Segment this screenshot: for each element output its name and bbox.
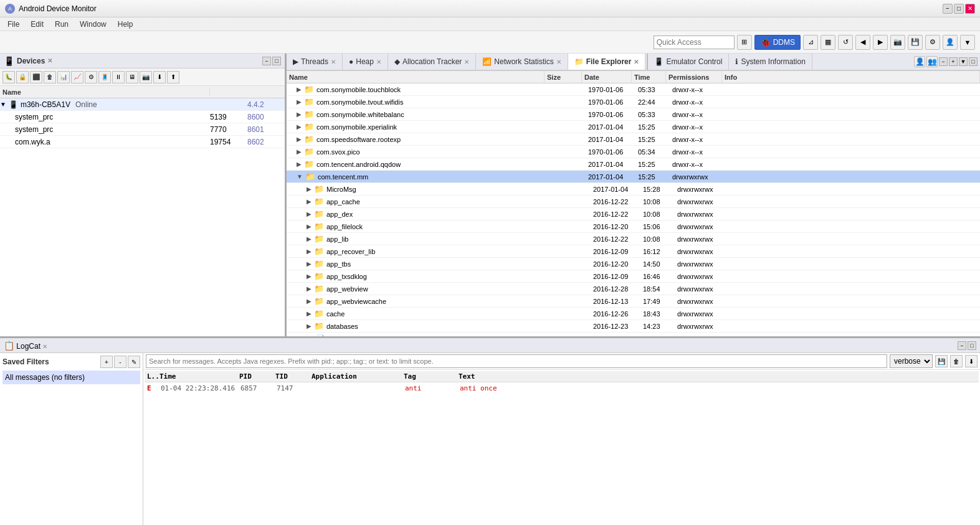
file-explorer[interactable]: Name Size Date Time Permissions Info ▶📁c…: [287, 71, 980, 336]
device-lock-btn[interactable]: 🔒: [16, 71, 29, 83]
device-stop-btn[interactable]: ⬛: [30, 71, 42, 83]
file-row[interactable]: ▶📁cache2016-12-2618:43drwxrwxrwx: [287, 308, 980, 320]
toolbar-prev[interactable]: ◀: [855, 35, 870, 50]
logcat-minimize-btn[interactable]: −: [958, 341, 966, 350]
expand-arrow-icon[interactable]: ▶: [307, 186, 312, 192]
expand-arrow-icon[interactable]: ▶: [297, 123, 302, 130]
device-alloc-btn[interactable]: 📈: [71, 71, 83, 83]
toolbar-sync[interactable]: ↺: [838, 35, 853, 50]
file-row[interactable]: ▶📁app_dex2016-12-2210:08drwxrwxrwx: [287, 208, 980, 220]
expand-arrow-icon[interactable]: ▶: [307, 310, 312, 317]
tab-emulator[interactable]: 📱 Emulator Control: [648, 54, 729, 70]
menu-help[interactable]: Help: [113, 19, 138, 30]
logcat-search-input[interactable]: [146, 354, 887, 368]
logcat-maximize-btn[interactable]: □: [968, 341, 976, 350]
device-gc-btn[interactable]: 🗑: [44, 71, 56, 83]
device-hprof-btn[interactable]: 📊: [57, 71, 70, 83]
expand-arrow-icon[interactable]: ▶: [307, 223, 312, 230]
devices-content[interactable]: ▼ 📱 m36h-CB5A1V Online 4.4.2 system_prc …: [0, 98, 285, 336]
tab-heap[interactable]: ● Heap ✕: [343, 54, 388, 70]
file-row[interactable]: ▶📁MicroMsg2017-01-0415:28drwxrwxrwx: [287, 183, 980, 196]
file-row[interactable]: ▶📁app_webview2016-12-2818:54drwxrwxrwx: [287, 283, 980, 295]
file-row[interactable]: ▶📁app_tbs2016-12-2014:50drwxrwxrwx: [287, 258, 980, 270]
logcat-clear-btn[interactable]: 🗑: [950, 355, 963, 367]
expand-arrow-icon[interactable]: ▶: [307, 298, 312, 305]
expand-arrow-icon[interactable]: ▶: [307, 235, 312, 242]
tab-allocation[interactable]: ◆ Allocation Tracker ✕: [388, 54, 476, 70]
delete-filter-btn[interactable]: -: [114, 356, 126, 368]
file-row[interactable]: ▶📁com.sonymobile.xperialink2017-01-0415:…: [287, 121, 980, 133]
logcat-messages[interactable]: L... Time PID TID Application Tag Text E…: [143, 370, 980, 525]
right-panel-view-menu[interactable]: ▼: [959, 57, 968, 66]
toolbar-user[interactable]: 👤: [943, 35, 958, 50]
device-up-btn[interactable]: ⬆: [167, 71, 179, 83]
expand-arrow-icon[interactable]: ▶: [297, 86, 302, 93]
minimize-button[interactable]: −: [943, 4, 953, 14]
logcat-scroll-btn[interactable]: ⬇: [965, 355, 978, 367]
device-debug-btn[interactable]: 🐛: [2, 71, 15, 83]
file-row[interactable]: ▶📁com.sonymobile.touchblock1970-01-0605:…: [287, 83, 980, 96]
device-down-btn[interactable]: ⬇: [153, 71, 166, 83]
device-expand-icon[interactable]: ▼: [0, 101, 6, 108]
file-row[interactable]: ▶📁app_txsdklog2016-12-0916:46drwxrwxrwx: [287, 270, 980, 283]
expand-arrow-icon[interactable]: ▶: [297, 111, 302, 118]
tab-fileexplorer[interactable]: 📁 File Explorer ✕: [568, 54, 646, 71]
toolbar-settings[interactable]: ⚙: [925, 35, 940, 50]
right-panel-minimize[interactable]: −: [939, 57, 948, 66]
toolbar-save[interactable]: 💾: [908, 35, 923, 50]
expand-arrow-icon[interactable]: ▶: [297, 136, 302, 143]
process-item[interactable]: system_prc 5139 8600: [0, 111, 285, 123]
device-halt-btn[interactable]: ⏸: [112, 71, 125, 83]
heap-close[interactable]: ✕: [376, 59, 381, 65]
toolbar-screenshot[interactable]: 📷: [890, 35, 905, 50]
logcat-level-select[interactable]: verbose debug info warn error: [890, 354, 933, 368]
menu-file[interactable]: File: [2, 19, 24, 30]
expand-arrow-icon[interactable]: ▶: [297, 148, 302, 155]
expand-arrow-icon[interactable]: ▶: [307, 198, 312, 205]
expand-arrow-icon[interactable]: ▶: [307, 323, 312, 329]
expand-arrow-icon[interactable]: ▶: [297, 161, 302, 168]
all-messages-filter[interactable]: All messages (no filters): [2, 371, 140, 384]
device-item[interactable]: ▼ 📱 m36h-CB5A1V Online 4.4.2: [0, 98, 285, 111]
device-screen-btn[interactable]: 🖥: [126, 71, 138, 83]
threads-close[interactable]: ✕: [331, 59, 336, 65]
quick-access-input[interactable]: [654, 35, 735, 49]
file-row[interactable]: ▶📁app_recover_lib2016-12-0916:12drwxrwxr…: [287, 245, 980, 258]
toolbar-more[interactable]: ▼: [960, 35, 975, 50]
right-panel-person2-btn[interactable]: 👥: [926, 56, 938, 67]
edit-filter-btn[interactable]: ✎: [128, 356, 140, 368]
toolbar-grid-btn[interactable]: ⊞: [737, 35, 752, 50]
tab-threads[interactable]: ▶ Threads ✕: [287, 54, 343, 70]
toolbar-next[interactable]: ▶: [873, 35, 888, 50]
add-filter-btn[interactable]: +: [100, 356, 113, 368]
file-row[interactable]: ▶📁app_lib2016-12-2210:08drwxrwxrwx: [287, 233, 980, 245]
menu-edit[interactable]: Edit: [26, 19, 49, 30]
close-button[interactable]: ✕: [965, 4, 975, 14]
expand-arrow-icon[interactable]: ▶: [307, 273, 312, 280]
file-row[interactable]: ▶📁app_filelock2016-12-2015:06drwxrwxrwx: [287, 220, 980, 233]
expand-arrow-icon[interactable]: ▼: [297, 173, 303, 180]
file-row[interactable]: ▶📁databases2016-12-2314:23drwxrwxrwx: [287, 320, 980, 333]
device-method-btn[interactable]: ⚙: [85, 71, 97, 83]
right-panel-add[interactable]: +: [949, 57, 958, 66]
devices-maximize-btn[interactable]: □: [272, 57, 281, 65]
device-thread-btn[interactable]: 🧵: [98, 71, 111, 83]
file-row[interactable]: ▶📁com.sonymobile.tvout.wifidis1970-01-06…: [287, 96, 980, 108]
toolbar-perspective2[interactable]: ▦: [821, 35, 835, 50]
maximize-button[interactable]: □: [954, 4, 964, 14]
menu-window[interactable]: Window: [75, 19, 112, 30]
tab-network[interactable]: 📶 Network Statistics ✕: [476, 54, 568, 70]
process-item[interactable]: com.wyk.a 19754 8602: [0, 136, 285, 148]
file-row[interactable]: ▶📁com.tencent.android.qqdow2017-01-0415:…: [287, 158, 980, 171]
logcat-save-btn[interactable]: 💾: [935, 355, 948, 367]
file-row[interactable]: ▼📁com.tencent.mm2017-01-0415:25drwxrwxrw…: [287, 171, 980, 183]
alloc-close[interactable]: ✕: [464, 59, 469, 65]
toolbar-open-perspective[interactable]: ⊿: [803, 35, 818, 50]
file-row[interactable]: ▶📁com.svox.pico1970-01-0605:34drwxr-x--x: [287, 146, 980, 158]
fileexplorer-close[interactable]: ✕: [634, 59, 639, 65]
menu-run[interactable]: Run: [50, 19, 74, 30]
expand-arrow-icon[interactable]: ▶: [307, 210, 312, 217]
tab-sysinfo[interactable]: ℹ System Information: [729, 54, 812, 70]
file-row[interactable]: ▶📁app_webviewcache2016-12-1317:49drwxrwx…: [287, 295, 980, 308]
device-camera-btn[interactable]: 📷: [140, 71, 152, 83]
